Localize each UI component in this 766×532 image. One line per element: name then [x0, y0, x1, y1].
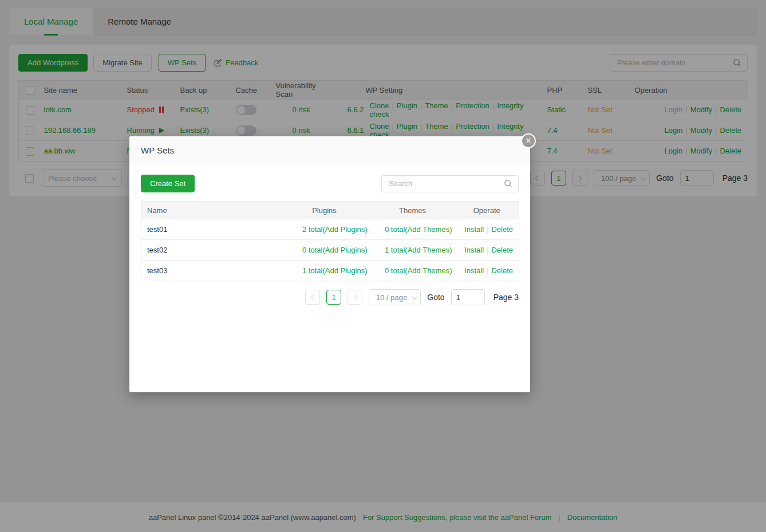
install-link[interactable]: Install: [464, 246, 484, 254]
col-plugins: Plugins: [279, 202, 370, 219]
set-search-input[interactable]: [388, 179, 504, 188]
chevron-right-icon: [352, 294, 357, 300]
col-operate: Operate: [455, 202, 519, 219]
per-page-value: 10 / page: [376, 293, 407, 302]
per-page-select[interactable]: 10 / page: [369, 289, 421, 305]
plugins-link[interactable]: 2 total(Add Plugins): [302, 225, 367, 234]
wp-sets-table: Name Plugins Themes Operate test01 2 tot…: [141, 201, 519, 281]
search-icon[interactable]: [504, 179, 512, 188]
sets-pagination: 1 10 / page Goto Page 3: [141, 289, 519, 305]
set-search-box: [381, 175, 519, 192]
modal-header: WP Sets: [129, 136, 530, 164]
chevron-down-icon: [412, 294, 417, 300]
page: Local Manage Remote Manage Add Wordpress…: [0, 0, 766, 532]
delete-set-link[interactable]: Delete: [491, 225, 513, 234]
set-row: test01 2 total(Add Plugins) 0 total(Add …: [141, 219, 519, 240]
themes-link[interactable]: 0 total(Add Themes): [385, 266, 452, 275]
col-themes: Themes: [370, 202, 455, 219]
col-name: Name: [141, 202, 279, 219]
set-name: test03: [141, 261, 279, 281]
page-number-button[interactable]: 1: [326, 290, 341, 305]
next-page-button[interactable]: [348, 290, 362, 305]
modal-title: WP Sets: [141, 145, 174, 155]
wp-sets-modal: ✕ WP Sets Create Set Name Plugin: [129, 136, 530, 392]
themes-link[interactable]: 0 total(Add Themes): [385, 225, 452, 234]
plugins-link[interactable]: 1 total(Add Plugins): [302, 266, 367, 275]
set-name: test01: [141, 219, 279, 240]
set-row: test02 0 total(Add Plugins) 1 total(Add …: [141, 240, 519, 261]
install-link[interactable]: Install: [464, 225, 484, 234]
modal-body: Create Set Name Plugins Themes Operate: [129, 164, 530, 316]
install-link[interactable]: Install: [464, 266, 484, 275]
delete-set-link[interactable]: Delete: [491, 266, 513, 275]
modal-toolbar: Create Set: [141, 175, 519, 192]
sets-header-row: Name Plugins Themes Operate: [141, 202, 519, 219]
close-icon[interactable]: ✕: [521, 133, 536, 148]
set-name: test02: [141, 240, 279, 261]
create-set-button[interactable]: Create Set: [141, 175, 195, 192]
set-row: test03 1 total(Add Plugins) 0 total(Add …: [141, 261, 519, 281]
goto-label: Goto: [427, 293, 444, 302]
delete-set-link[interactable]: Delete: [491, 246, 513, 254]
goto-page-input[interactable]: [451, 289, 485, 305]
page-indicator: Page 3: [493, 293, 519, 302]
prev-page-button[interactable]: [305, 290, 320, 305]
themes-link[interactable]: 1 total(Add Themes): [385, 246, 452, 254]
chevron-left-icon: [310, 294, 316, 300]
plugins-link[interactable]: 0 total(Add Plugins): [302, 246, 367, 254]
